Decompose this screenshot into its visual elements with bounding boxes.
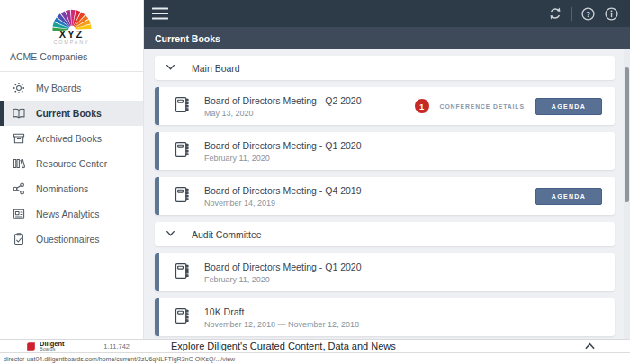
book-icon-wrap [159,95,204,118]
chevron-down-icon [165,60,176,76]
sidebar-item-label: Nominations [36,183,88,194]
books-list: Main BoardBoard of Directors Meeting - Q… [144,49,630,339]
book-row[interactable]: Board of Directors Meeting - Q2 2020May … [155,87,615,125]
book-row[interactable]: 10K DraftNovember 12, 2018 — November 12… [155,298,615,336]
help-icon[interactable]: ? [580,6,596,22]
book-texts: 10K DraftNovember 12, 2018 — November 12… [204,306,359,329]
book-date: February 11, 2020 [204,154,362,163]
questionnaires-icon [11,232,26,246]
book-icon [173,185,192,208]
book-icon [173,262,192,284]
book-texts: Board of Directors Meeting - Q4 2019Nove… [204,185,362,208]
archived-books-icon [11,131,26,146]
sidebar-item-label: News Analytics [36,209,100,219]
sidebar-item-resource-center[interactable]: Resource Center [0,151,143,176]
agenda-button[interactable]: AGENDA [536,98,602,115]
footer-brand-area: Diligent Boards 1.11.742 [0,341,144,352]
book-icon-wrap [159,306,204,329]
notification-badge: 1 [415,99,429,113]
main-panel: ? Current Books Main BoardBoard of Direc… [144,0,630,339]
book-row[interactable]: Board of Directors Meeting - Q4 2019Nove… [155,177,615,215]
book-icon-wrap [159,185,204,208]
chevron-down-icon [165,226,176,243]
book-icon-wrap [159,262,204,284]
book-icon-wrap [159,140,204,163]
page-title: Current Books [155,33,220,44]
refresh-icon[interactable] [547,5,563,22]
svg-text:?: ? [586,9,590,18]
company-logo: XYZ COMPANY [0,0,143,45]
row-actions: AGENDA [536,188,602,205]
sidebar-item-archived-books[interactable]: Archived Books [0,126,143,151]
book-icon [173,140,192,163]
status-url: director-uat04.diligentboards.com/home/c… [4,356,235,362]
version-number: 1.11.742 [104,342,130,351]
top-bar: ? [144,0,630,27]
book-icon [173,306,192,329]
book-date: November 12, 2018 — November 12, 2018 [204,320,359,329]
topbar-divider [572,7,572,21]
news-analytics-icon [11,207,26,221]
book-date: May 13, 2020 [204,109,362,118]
book-title: Board of Directors Meeting - Q1 2020 [204,140,362,151]
diligent-logo-icon [26,342,36,351]
account-name: ACME Companies [0,45,143,62]
sidebar-item-nominations[interactable]: Nominations [0,176,143,201]
hamburger-menu-icon[interactable] [152,7,168,20]
explore-banner[interactable]: Explore Diligent's Curated Content, Data… [144,341,584,351]
sidebar-item-label: Resource Center [36,158,107,169]
book-row[interactable]: Board of Directors Meeting - Q1 2020Febr… [155,132,615,170]
book-title: Board of Directors Meeting - Q2 2020 [204,95,362,106]
sidebar-menu: My BoardsCurrent BooksArchived BooksReso… [0,75,143,252]
book-date: November 14, 2019 [204,199,362,208]
footer-bar: Diligent Boards 1.11.742 Explore Diligen… [0,339,630,352]
book-texts: Board of Directors Meeting - Q1 2020Febr… [204,140,362,163]
sidebar-item-label: My Boards [36,83,81,93]
sidebar-item-news-analytics[interactable]: News Analytics [0,201,143,226]
diligent-boards-app: XYZ COMPANY ACME Companies My BoardsCurr… [0,0,630,364]
section-header-audit-committee[interactable]: Audit Committee [155,222,615,246]
sidebar-item-label: Current Books [36,108,102,119]
sidebar-item-label: Questionnaires [36,234,100,244]
section-title: Audit Committee [192,229,262,240]
row-actions: 1CONFERENCE DETAILSAGENDA [415,98,602,115]
book-title: 10K Draft [204,306,359,317]
nominations-icon [11,182,26,196]
current-books-icon [11,106,26,120]
page-title-bar: Current Books [144,27,630,49]
topbar-actions: ? [547,5,619,22]
section-header-main-board[interactable]: Main Board [155,56,615,80]
sidebar: XYZ COMPANY ACME Companies My BoardsCurr… [0,0,144,339]
brand-name: Diligent Boards [40,341,65,352]
book-texts: Board of Directors Meeting - Q2 2020May … [204,95,362,118]
section-title: Main Board [192,63,240,74]
my-boards-icon [11,81,26,95]
book-title: Board of Directors Meeting - Q4 2019 [204,185,362,196]
sidebar-divider [0,71,143,72]
book-texts: Board of Directors Meeting - Q1 2020Febr… [204,262,362,284]
sidebar-item-my-boards[interactable]: My Boards [0,75,143,101]
book-icon [173,95,192,118]
chevron-up-icon[interactable] [584,342,596,350]
sidebar-item-label: Archived Books [36,133,102,144]
sidebar-item-current-books[interactable]: Current Books [0,101,143,126]
scrollbar-thumb[interactable] [625,67,629,202]
book-date: February 11, 2020 [204,275,362,284]
scrollbar[interactable] [624,49,630,339]
logo-text: XYZ [0,29,143,40]
agenda-button[interactable]: AGENDA [536,188,602,205]
sidebar-item-questionnaires[interactable]: Questionnaires [0,226,143,252]
xyz-fan-logo-icon [43,4,101,31]
book-row[interactable]: Board of Directors Meeting - Q1 2020Febr… [155,253,615,291]
book-title: Board of Directors Meeting - Q1 2020 [204,262,362,272]
conference-details-link[interactable]: CONFERENCE DETAILS [440,103,525,110]
resource-center-icon [11,156,26,171]
browser-status-bar: director-uat04.diligentboards.com/home/c… [0,352,630,364]
info-icon[interactable] [604,6,619,22]
